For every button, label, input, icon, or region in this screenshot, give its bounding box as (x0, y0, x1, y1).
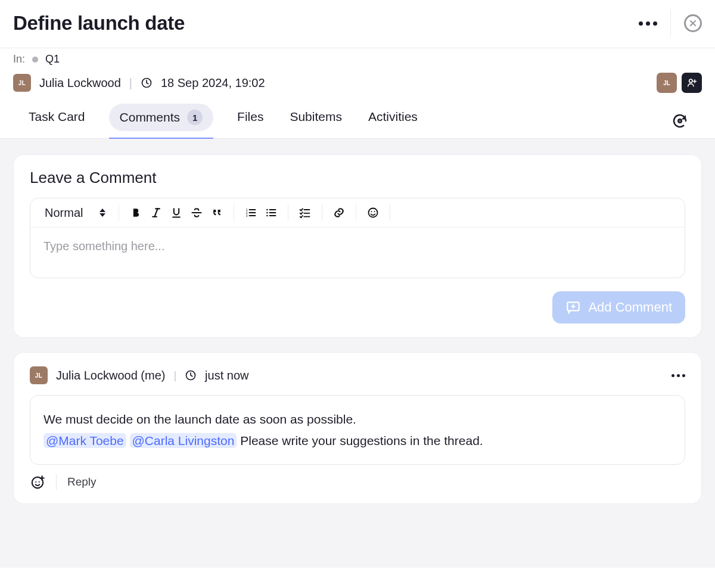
editor-box: Normal 123 (30, 198, 685, 278)
divider: | (173, 369, 176, 382)
bold-icon (130, 207, 142, 219)
format-select[interactable]: Normal (45, 206, 108, 220)
bold-button[interactable] (130, 207, 142, 219)
assignee-avatar[interactable]: JL (657, 73, 677, 93)
title-actions (639, 10, 702, 37)
add-comment-label: Add Comment (588, 300, 672, 315)
board-name[interactable]: Q1 (45, 53, 60, 66)
tabs-wrap: Task Card Comments 1 Files Subitems Acti… (13, 93, 702, 138)
page-title: Define launch date (13, 12, 185, 35)
clock-icon (141, 77, 153, 89)
tab-files[interactable]: Files (235, 104, 266, 138)
meta-block: In: Q1 JL Julia Lockwood | 18 Sep 2024, … (0, 48, 715, 139)
comment-line-2-rest: Please write your suggestions in the thr… (240, 434, 483, 447)
italic-icon (150, 207, 162, 219)
author-name: Julia Lockwood (39, 76, 121, 90)
svg-point-18 (267, 209, 269, 211)
comment-author-avatar[interactable]: JL (30, 366, 48, 384)
status-dot-icon (32, 57, 38, 63)
tab-subitems[interactable]: Subitems (287, 104, 344, 138)
more-options-button[interactable] (639, 21, 657, 26)
comment-timestamp: just now (205, 369, 248, 382)
divider (670, 10, 671, 37)
comment-line-1: We must decide on the launch date as soo… (43, 409, 672, 430)
comment-composer: Leave a Comment Normal (13, 154, 702, 338)
tabs: Task Card Comments 1 Files Subitems Acti… (26, 104, 420, 138)
svg-point-26 (374, 211, 375, 212)
clock-icon (185, 369, 197, 381)
comment-header: JL Julia Lockwood (me) | just now (30, 366, 685, 384)
svg-point-19 (267, 212, 269, 214)
svg-point-24 (369, 209, 378, 217)
emoji-button[interactable] (367, 207, 379, 219)
comment-author-name: Julia Lockwood (me) (56, 369, 165, 382)
ordered-list-icon: 123 (245, 207, 257, 219)
tab-task-card[interactable]: Task Card (26, 104, 88, 138)
comment-actions: Reply (30, 474, 685, 490)
more-icon (639, 21, 657, 26)
link-icon (333, 207, 345, 219)
more-icon (672, 374, 685, 377)
close-button[interactable] (684, 14, 702, 32)
author-avatar[interactable]: JL (13, 74, 31, 92)
sync-button[interactable] (671, 112, 689, 130)
divider: | (129, 76, 132, 90)
in-label: In: (13, 53, 25, 66)
svg-text:3: 3 (246, 214, 248, 217)
tab-comments-label: Comments (120, 110, 181, 125)
mention-user-1[interactable]: @Mark Toebe (43, 433, 126, 448)
italic-button[interactable] (150, 207, 162, 219)
title-bar: Define launch date (0, 0, 715, 48)
quote-icon (211, 207, 223, 219)
bullet-list-button[interactable] (265, 207, 277, 219)
svg-line-4 (155, 209, 158, 216)
emoji-icon (367, 207, 379, 219)
quote-button[interactable] (211, 207, 223, 219)
divider (56, 474, 57, 490)
created-timestamp: 18 Sep 2024, 19:02 (161, 76, 265, 90)
toolbar-separator (390, 204, 390, 221)
add-comment-button[interactable]: Add Comment (552, 291, 685, 323)
add-assignee-button[interactable] (682, 73, 702, 93)
comment-author-info: JL Julia Lockwood (me) | just now (30, 366, 248, 384)
svg-point-1 (689, 79, 692, 82)
strikethrough-icon (191, 207, 203, 219)
comment-item: JL Julia Lockwood (me) | just now We mus… (13, 352, 702, 504)
format-select-label: Normal (45, 206, 83, 220)
checklist-button[interactable] (299, 207, 311, 219)
mention-user-2[interactable]: @Carla Livingston (130, 433, 237, 448)
ordered-list-button[interactable]: 123 (245, 207, 257, 219)
link-button[interactable] (333, 207, 345, 219)
editor-toolbar: Normal 123 (30, 198, 685, 228)
author-info: JL Julia Lockwood | 18 Sep 2024, 19:02 (13, 74, 265, 92)
comment-body: We must decide on the launch date as soo… (30, 395, 685, 465)
sync-icon (671, 112, 689, 130)
tab-comments[interactable]: Comments 1 (109, 104, 214, 131)
bullet-list-icon (265, 207, 277, 219)
svg-point-25 (371, 211, 372, 212)
close-icon (684, 14, 702, 32)
body-area: Leave a Comment Normal (0, 139, 715, 568)
tab-activities[interactable]: Activities (366, 104, 420, 138)
svg-point-3 (679, 120, 680, 122)
underline-button[interactable] (170, 207, 182, 219)
svg-point-33 (39, 481, 40, 483)
board-breadcrumb: In: Q1 (13, 53, 702, 66)
strikethrough-button[interactable] (191, 207, 203, 219)
svg-point-20 (267, 215, 269, 217)
comment-input[interactable]: Type something here... (30, 228, 685, 278)
composer-heading: Leave a Comment (30, 169, 685, 187)
add-comment-icon (565, 300, 581, 315)
reply-button[interactable]: Reply (67, 475, 97, 489)
add-reaction-button[interactable] (30, 474, 45, 490)
svg-point-31 (32, 477, 43, 488)
tabs-row: Task Card Comments 1 Files Subitems Acti… (13, 93, 702, 138)
comment-more-button[interactable] (672, 374, 685, 377)
checklist-icon (299, 207, 311, 219)
svg-point-32 (35, 481, 36, 483)
comment-line-2: @Mark Toebe @Carla Livingston Please wri… (43, 430, 672, 452)
add-person-icon (686, 77, 698, 89)
author-row: JL Julia Lockwood | 18 Sep 2024, 19:02 J… (13, 73, 702, 93)
composer-actions: Add Comment (30, 291, 685, 323)
assignees: JL (657, 73, 702, 93)
